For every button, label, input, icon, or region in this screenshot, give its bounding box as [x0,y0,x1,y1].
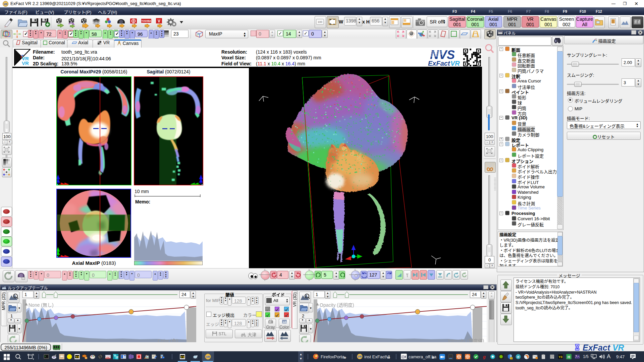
svg-text:VNC: VNC [106,356,110,358]
svg-text:!: ! [511,357,512,359]
svg-text:Y3: Y3 [180,355,184,359]
svg-text:VR: VR [358,355,362,358]
svg-text:V: V [158,19,160,23]
svg-text:P: P [116,356,118,359]
svg-text:VR: VR [206,355,210,359]
svg-text:VR: VR [450,60,460,66]
svg-text:Y3: Y3 [558,355,562,359]
svg-text:Opacity (透明度): Opacity (透明度) [320,302,354,308]
svg-text:Y3: Y3 [75,355,79,359]
svg-text:TOSHIBA: TOSHIBA [141,20,151,22]
svg-text:e: e [517,355,519,359]
svg-text:ExFact: ExFact [428,60,450,66]
svg-text:g: g [483,354,486,359]
svg-text:H: H [568,355,570,359]
svg-text:W: W [114,355,116,357]
svg-text:None (無し): None (無し) [29,302,54,308]
svg-text:VR: VR [4,3,7,6]
svg-text:100: 100 [318,20,322,23]
